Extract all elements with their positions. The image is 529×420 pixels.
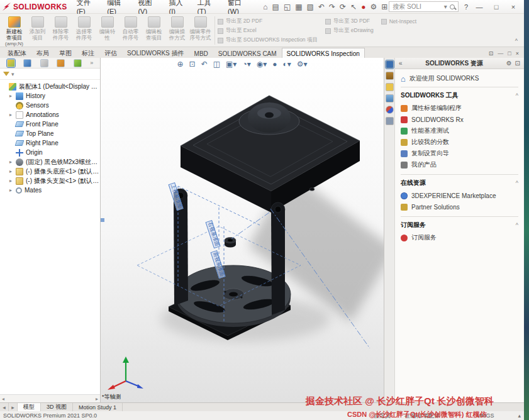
tree-item-screw-component[interactable]: ▸ (固定) 黑色铁M2x3螺丝<1> (默认< bbox=[0, 157, 100, 167]
tab-addins[interactable]: SOLIDWORKS 插件 bbox=[122, 48, 189, 58]
tree-item-assembly-root[interactable]: 装配体1 (Default<Display State-1>) bbox=[0, 82, 100, 91]
tab-propertymanager-icon[interactable] bbox=[23, 59, 31, 67]
doc-close-button[interactable]: × bbox=[516, 50, 519, 57]
tab-inspection[interactable]: SOLIDWORKS Inspection bbox=[282, 48, 365, 58]
view-settings-icon[interactable]: ⚙▾ bbox=[297, 60, 308, 68]
apply-scene-icon[interactable]: ◐▾ bbox=[282, 60, 291, 68]
edit-inspection-project-button[interactable]: 编辑检 查项目 bbox=[142, 15, 165, 46]
export-2d-pdf-item[interactable]: 导出至 2D PDF bbox=[218, 17, 318, 26]
taskpane-item-copy-settings[interactable]: 复制设置向导 bbox=[401, 148, 518, 159]
more-tabs-button[interactable]: » bbox=[90, 60, 93, 66]
tree-item-right-plane[interactable]: Right Plane bbox=[0, 138, 100, 148]
tree-item-annotations[interactable]: ▸ Annotations bbox=[0, 110, 100, 119]
ribbon-collapse-chevron[interactable]: ^ bbox=[510, 38, 523, 46]
expander-icon[interactable]: ▸ bbox=[9, 178, 16, 184]
collapse-chevron-icon[interactable]: ^ bbox=[516, 222, 518, 228]
screw-part[interactable] bbox=[225, 238, 236, 248]
tree-item-top-plane[interactable]: Top Plane bbox=[0, 129, 100, 138]
tab-featuremanager-icon[interactable] bbox=[7, 59, 15, 67]
restore-button[interactable]: □ bbox=[491, 3, 502, 11]
taskpane-item-property-tab-builder[interactable]: 属性标签编制程序 bbox=[401, 102, 518, 114]
collapse-chevron-icon[interactable]: ^ bbox=[516, 92, 518, 99]
tab-dimxpertmanager-icon[interactable] bbox=[57, 59, 65, 67]
doctab-motion-study[interactable]: Motion Study 1 bbox=[73, 403, 123, 411]
scroll-left-icon[interactable]: ◂ bbox=[2, 396, 4, 402]
filter-chevron-icon[interactable]: ▾ bbox=[11, 71, 14, 77]
tree-item-sensors[interactable]: Sensors bbox=[0, 101, 100, 110]
doctab-model[interactable]: 模型 bbox=[18, 403, 41, 411]
minimize-button[interactable]: — bbox=[474, 3, 485, 11]
close-button[interactable]: × bbox=[508, 3, 519, 11]
welcome-link[interactable]: ⌂ 欢迎使用 SOLIDWORKS bbox=[401, 74, 518, 83]
undo-icon[interactable]: ↶ bbox=[318, 3, 325, 11]
edit-operation-mode-button[interactable]: 编辑操 作方式 bbox=[165, 15, 189, 46]
edit-characteristics-button[interactable]: 编辑特 性 bbox=[96, 15, 119, 46]
apps-grid-icon[interactable]: ⊞ bbox=[381, 3, 387, 11]
collapse-pane-icon[interactable]: « bbox=[399, 60, 403, 67]
tab-evaluate[interactable]: 评估 bbox=[99, 48, 122, 58]
tree-item-front-plane[interactable]: Front Plane bbox=[0, 119, 100, 129]
search-box[interactable]: 搜索 SOLI ▾ bbox=[389, 1, 459, 12]
tab-annotation[interactable]: 标注 bbox=[77, 48, 99, 58]
tab-mbd[interactable]: MBD bbox=[189, 48, 213, 58]
save-icon[interactable]: ▦ bbox=[295, 3, 302, 11]
taskpane-item-partner-solutions[interactable]: Partner Solutions bbox=[401, 201, 518, 213]
tree-item-origin[interactable]: Origin bbox=[0, 148, 100, 157]
doc-minimize-button[interactable]: — bbox=[498, 50, 503, 57]
taskpane-tab-view-palette-icon[interactable] bbox=[386, 94, 394, 102]
export-inspection-project-item[interactable]: 导出至 SOLIDWORKS Inspection 项目 bbox=[218, 36, 318, 45]
doctab-scroll-right-icon[interactable]: ▸ bbox=[9, 403, 18, 411]
tree-horizontal-scrollbar[interactable]: ◂ ▸ bbox=[0, 394, 100, 402]
export-edrawing-item[interactable]: 导出至 eDrawing bbox=[325, 26, 374, 35]
zoom-to-area-icon[interactable]: ⊡ bbox=[189, 60, 196, 68]
print-icon[interactable]: ▧ bbox=[307, 3, 314, 11]
zoom-fit-icon[interactable]: ⊕ bbox=[177, 60, 184, 68]
doctab-scroll-left-icon[interactable]: ◂ bbox=[0, 403, 9, 411]
tab-cam[interactable]: SOLIDWORKS CAM bbox=[213, 48, 282, 58]
taskpane-item-subscription-services[interactable]: 订阅服务 bbox=[401, 232, 518, 243]
pin-icon[interactable]: ⊡ bbox=[515, 60, 520, 67]
expander-icon[interactable]: ▸ bbox=[9, 159, 16, 165]
taskpane-gear-icon[interactable]: ⚙ bbox=[506, 60, 512, 67]
tab-configurationmanager-icon[interactable] bbox=[40, 59, 48, 67]
tab-displaymanager-icon[interactable] bbox=[74, 59, 82, 67]
hide-show-items-icon[interactable]: ◉▾ bbox=[257, 60, 267, 68]
expander-icon[interactable]: ▸ bbox=[9, 93, 16, 99]
export-3d-pdf-item[interactable]: 导出至 3D PDF bbox=[325, 17, 374, 26]
scroll-right-icon[interactable]: ▸ bbox=[96, 396, 98, 402]
taskpane-item-my-products[interactable]: 我的产品 bbox=[401, 159, 518, 170]
search-input[interactable]: 搜索 SOLI bbox=[393, 3, 442, 11]
record-icon[interactable]: ● bbox=[361, 3, 365, 11]
taskpane-item-compare-scores[interactable]: 比较我的分数 bbox=[401, 136, 518, 148]
view-orientation-icon[interactable]: ▣▾ bbox=[226, 60, 237, 68]
display-style-icon[interactable]: ◔▾ bbox=[242, 60, 250, 68]
doctab-3d-views[interactable]: 3D 视图 bbox=[41, 403, 73, 411]
tree-item-camera-bracket-component[interactable]: ▸ (-) 摄像头支架<1> (默认<<默认>_ bbox=[0, 176, 100, 185]
taskpane-tab-appearances-icon[interactable] bbox=[386, 106, 394, 114]
add-to-project-button[interactable]: 添加到 项目 bbox=[26, 15, 49, 46]
taskpane-tab-file-explorer-icon[interactable] bbox=[386, 83, 394, 91]
remove-balloons-button[interactable]: 移除零 件序号 bbox=[49, 15, 72, 46]
collapse-chevron-icon[interactable]: ^ bbox=[516, 180, 518, 186]
settings-gear-icon[interactable]: ⚙ bbox=[370, 3, 377, 11]
new-inspection-project-button[interactable]: 新建检 查项目 (amp;N) bbox=[3, 15, 26, 46]
expander-icon[interactable]: ▸ bbox=[9, 187, 16, 193]
taskpane-tab-custom-properties-icon[interactable] bbox=[386, 117, 394, 125]
expander-icon[interactable]: ▸ bbox=[9, 112, 16, 118]
tab-assembly[interactable]: 装配体 bbox=[3, 48, 31, 58]
export-excel-item[interactable]: 导出至 Excel bbox=[218, 26, 318, 35]
search-icon[interactable] bbox=[450, 4, 455, 9]
doc-float-button[interactable]: ⊡ bbox=[489, 50, 494, 57]
redo-icon[interactable]: ↷ bbox=[329, 3, 335, 11]
panel-splitter-handle[interactable] bbox=[101, 218, 104, 222]
new-file-icon[interactable]: ▤ bbox=[272, 3, 279, 11]
tree-item-history[interactable]: ▸ History bbox=[0, 91, 100, 101]
edit-balloon-mode-button[interactable]: 编辑零件 序号方式 bbox=[189, 15, 212, 46]
exploded-assembly-model[interactable] bbox=[101, 58, 384, 402]
taskpane-tab-resources-icon[interactable] bbox=[386, 60, 394, 69]
tab-sketch[interactable]: 草图 bbox=[54, 48, 77, 58]
top-cover-part[interactable] bbox=[181, 96, 360, 213]
tree-filter-bar[interactable]: ▾ bbox=[0, 69, 100, 80]
taskpane-tab-design-library-icon[interactable] bbox=[386, 72, 394, 80]
previous-view-icon[interactable]: ↶ bbox=[201, 60, 208, 68]
